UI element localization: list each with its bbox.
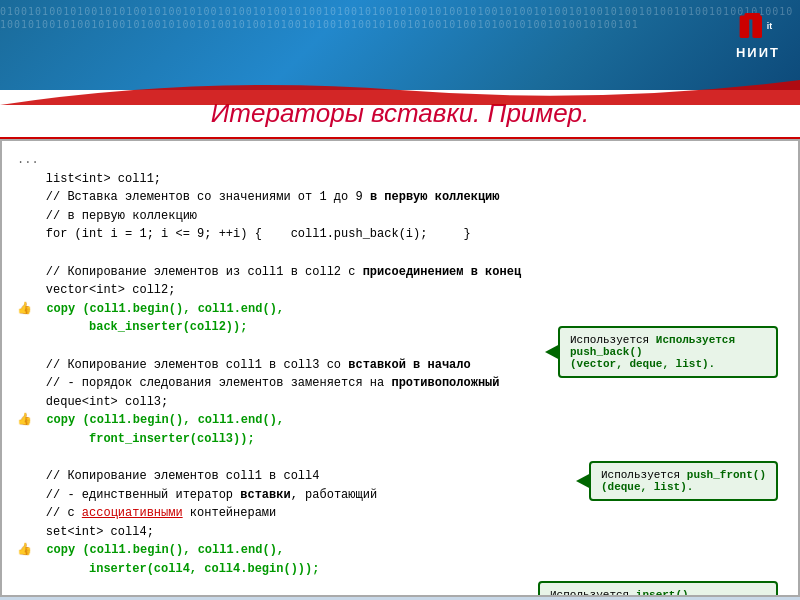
logo-area: it НИИТ (736, 10, 780, 60)
callout-push-front: Используется push_front() (deque, list). (589, 461, 778, 501)
svg-rect-2 (744, 13, 760, 19)
logo-text: НИИТ (736, 45, 780, 60)
callout1-line2: (vector, deque, list). (570, 358, 766, 370)
svg-text:it: it (767, 21, 772, 31)
main-content: ... list<int> coll1; // Вставка элементо… (0, 139, 800, 597)
callout1-line1: Используется push_back() (570, 334, 735, 358)
callout-push-back: Используется Используется push_back() (v… (558, 326, 778, 378)
niit-logo-icon: it (738, 10, 778, 45)
red-curve-decoration (0, 75, 800, 105)
callout-insert: Используется insert(). Второй аргумент –… (538, 581, 778, 597)
ellipsis: ... (17, 153, 39, 167)
